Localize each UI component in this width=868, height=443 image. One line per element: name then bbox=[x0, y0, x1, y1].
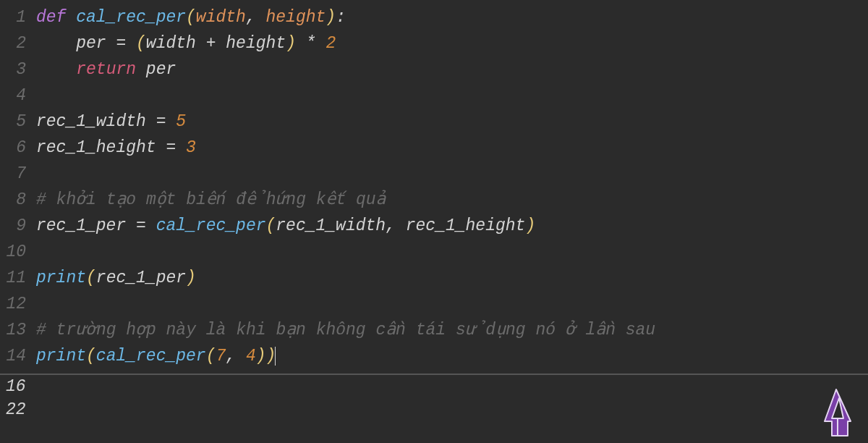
token: 4 bbox=[246, 347, 256, 366]
code-content[interactable]: rec_1_width = 5 bbox=[36, 109, 868, 135]
token: ( bbox=[186, 8, 196, 27]
code-line[interactable]: 11print(rec_1_per) bbox=[0, 265, 868, 291]
code-content[interactable] bbox=[36, 239, 868, 265]
token: width bbox=[196, 8, 246, 27]
code-line[interactable]: 3 return per bbox=[0, 56, 868, 83]
code-line[interactable]: 1def cal_rec_per(width, height): bbox=[0, 4, 868, 30]
code-content[interactable]: # trường hợp này là khi bạn không cần tá… bbox=[36, 317, 868, 343]
token: rec_1_per bbox=[36, 216, 136, 235]
code-content[interactable] bbox=[36, 161, 868, 187]
code-line[interactable]: 13# trường hợp này là khi bạn không cần … bbox=[0, 317, 868, 343]
token: ( bbox=[86, 269, 96, 287]
code-content[interactable] bbox=[36, 83, 868, 109]
output-panel: 1622 bbox=[0, 375, 868, 421]
token bbox=[316, 34, 326, 53]
code-line[interactable]: 8# khởi tạo một biến để hứng kết quả bbox=[0, 187, 868, 213]
token bbox=[166, 112, 176, 131]
token: cal_rec_per bbox=[156, 216, 266, 235]
token: cal_rec_per bbox=[76, 8, 186, 27]
token: + bbox=[206, 34, 216, 53]
code-content[interactable]: def cal_rec_per(width, height): bbox=[36, 4, 868, 30]
token: = bbox=[156, 112, 166, 131]
token: ) bbox=[286, 34, 296, 53]
token: cal_rec_per bbox=[96, 347, 206, 366]
token bbox=[146, 216, 156, 235]
token: = bbox=[116, 34, 126, 53]
line-number: 1 bbox=[0, 4, 36, 30]
token: 5 bbox=[176, 112, 186, 131]
code-content[interactable]: rec_1_height = 3 bbox=[36, 135, 868, 161]
token: = bbox=[166, 138, 176, 157]
token bbox=[36, 60, 76, 79]
token: ) bbox=[186, 269, 196, 287]
token: # trường hợp này là khi bạn không cần tá… bbox=[36, 321, 655, 339]
code-line[interactable]: 5rec_1_width = 5 bbox=[0, 109, 868, 135]
line-number: 9 bbox=[0, 213, 36, 239]
line-number: 8 bbox=[0, 187, 36, 213]
line-number: 13 bbox=[0, 317, 36, 343]
code-line[interactable]: 10 bbox=[0, 239, 868, 265]
token: height bbox=[216, 34, 286, 53]
token: return bbox=[76, 60, 136, 79]
line-number: 14 bbox=[0, 343, 36, 369]
code-content[interactable]: return per bbox=[36, 56, 868, 83]
token: , bbox=[226, 347, 246, 366]
output-line: 22 bbox=[6, 398, 868, 421]
token: rec_1_per bbox=[96, 269, 186, 287]
output-line: 16 bbox=[6, 375, 868, 398]
token: ( bbox=[136, 34, 146, 53]
token: per bbox=[36, 34, 116, 53]
token: ) bbox=[256, 347, 266, 366]
code-content[interactable]: # khởi tạo một biến để hứng kết quả bbox=[36, 187, 868, 213]
code-line[interactable]: 14print(cal_rec_per(7, 4)) bbox=[0, 343, 868, 369]
token: : bbox=[336, 8, 346, 27]
token: ) bbox=[266, 347, 276, 366]
token: rec_1_height bbox=[406, 216, 526, 235]
token: ( bbox=[206, 347, 216, 366]
code-line[interactable]: 12 bbox=[0, 291, 868, 317]
token: 2 bbox=[326, 34, 336, 53]
token: rec_1_height bbox=[36, 138, 166, 157]
token: , bbox=[246, 8, 266, 27]
token: print bbox=[36, 347, 86, 366]
code-content[interactable]: per = (width + height) * 2 bbox=[36, 30, 868, 56]
code-line[interactable]: 2 per = (width + height) * 2 bbox=[0, 30, 868, 56]
line-number: 11 bbox=[0, 265, 36, 291]
token: height bbox=[265, 8, 326, 27]
token: ( bbox=[265, 216, 276, 235]
code-content[interactable] bbox=[36, 291, 868, 317]
code-line[interactable]: 7 bbox=[0, 161, 868, 187]
token: # khởi tạo một biến để hứng kết quả bbox=[36, 190, 386, 209]
code-line[interactable]: 9rec_1_per = cal_rec_per(rec_1_width, re… bbox=[0, 213, 868, 239]
token: 3 bbox=[186, 138, 196, 157]
token: def bbox=[36, 8, 76, 27]
logo-icon bbox=[814, 387, 858, 439]
token bbox=[176, 138, 186, 157]
line-number: 10 bbox=[0, 239, 36, 265]
line-number: 7 bbox=[0, 161, 36, 187]
code-line[interactable]: 6rec_1_height = 3 bbox=[0, 135, 868, 161]
line-number: 5 bbox=[0, 109, 36, 135]
line-number: 12 bbox=[0, 291, 36, 317]
text-cursor bbox=[275, 347, 276, 366]
line-number: 3 bbox=[0, 56, 36, 83]
code-line[interactable]: 4 bbox=[0, 83, 868, 109]
line-number: 4 bbox=[0, 83, 36, 109]
token: = bbox=[136, 216, 146, 235]
token: ) bbox=[326, 8, 336, 27]
token: ) bbox=[525, 216, 535, 235]
token bbox=[296, 34, 306, 53]
token: rec_1_width bbox=[36, 112, 156, 131]
token: * bbox=[306, 34, 316, 53]
line-number: 6 bbox=[0, 135, 36, 161]
token: ( bbox=[86, 347, 96, 366]
token: 7 bbox=[216, 347, 226, 366]
token: rec_1_width bbox=[276, 216, 386, 235]
token: per bbox=[136, 60, 176, 79]
code-content[interactable]: print(rec_1_per) bbox=[36, 265, 868, 291]
line-number: 2 bbox=[0, 30, 36, 56]
code-content[interactable]: print(cal_rec_per(7, 4)) bbox=[36, 343, 868, 369]
token: width bbox=[146, 34, 206, 53]
code-content[interactable]: rec_1_per = cal_rec_per(rec_1_width, rec… bbox=[36, 213, 868, 239]
code-editor[interactable]: 1def cal_rec_per(width, height):2 per = … bbox=[0, 0, 868, 369]
